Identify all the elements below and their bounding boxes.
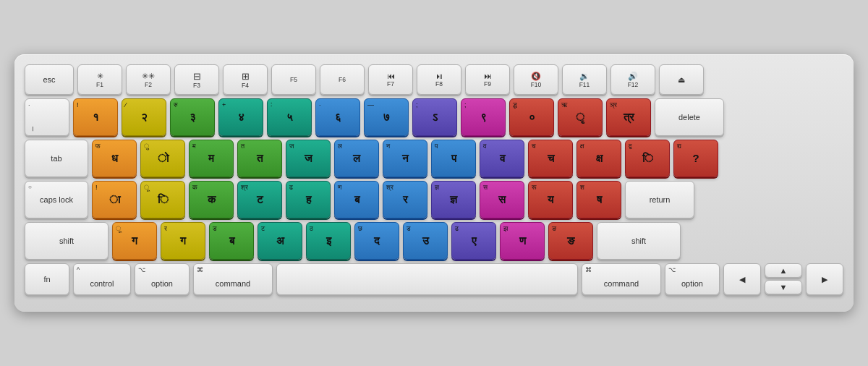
key-command-right[interactable]: ⌘ command	[582, 263, 661, 295]
key-delete[interactable]: delete	[655, 98, 724, 136]
key-o[interactable]: व व	[480, 140, 524, 177]
key-eject[interactable]: ⏏	[659, 64, 704, 95]
key-5[interactable]: ∶ ५	[267, 98, 312, 136]
key-i[interactable]: प प	[431, 140, 476, 177]
key-f12-label: F12	[628, 81, 639, 88]
key-t[interactable]: ज ज	[286, 140, 331, 177]
keyboard: esc ✳ F1 ✳✳ F2 ⊟ F3 ⊞ F4 F5 F6 ⏮ F7 ⏯	[14, 54, 854, 312]
key-7[interactable]: — ७	[364, 98, 409, 136]
key-b[interactable]: ठ इ	[306, 222, 351, 260]
key-2[interactable]: ∕ २	[122, 98, 166, 136]
key-q[interactable]: फ ध	[92, 140, 137, 177]
key-w[interactable]: ु ो	[140, 140, 185, 177]
key-f11[interactable]: 🔉 F11	[562, 64, 607, 95]
key-s[interactable]: ू ि	[140, 181, 185, 218]
key-command-left[interactable]: ⌘ command	[193, 263, 273, 295]
key-f9-icon: ⏭	[484, 72, 492, 80]
key-n[interactable]: छ द	[354, 222, 399, 260]
key-comma[interactable]: ढ ए	[451, 222, 496, 260]
key-9[interactable]: ; ९	[461, 98, 506, 136]
key-f3-label: F3	[193, 82, 200, 89]
key-control[interactable]: ^ control	[73, 263, 131, 295]
key-fn[interactable]: fn	[25, 263, 69, 295]
key-0[interactable]: द्ध ०	[509, 98, 554, 136]
key-arrow-down[interactable]: ▼	[765, 280, 802, 294]
key-f10-label: F10	[531, 81, 542, 88]
key-f9-label: F9	[484, 80, 491, 88]
key-p[interactable]: च च	[528, 140, 573, 177]
key-f8-icon: ⏯	[435, 72, 443, 80]
key-f10-icon: 🔇	[531, 72, 541, 81]
key-f4[interactable]: ⊞ F4	[223, 64, 268, 95]
key-tab[interactable]: tab	[25, 140, 88, 177]
key-f4-icon: ⊞	[242, 71, 250, 82]
key-f7[interactable]: ⏮ F7	[368, 64, 413, 95]
key-a[interactable]: ! ा	[92, 181, 137, 218]
key-arrow-up[interactable]: ▲	[765, 263, 802, 278]
key-eject-icon: ⏏	[678, 75, 685, 85]
key-shift-left[interactable]: shift	[25, 222, 109, 260]
key-x[interactable]: र ग	[161, 222, 205, 260]
key-f1[interactable]: ✳ F1	[77, 64, 122, 95]
key-f1-label: F1	[96, 81, 103, 88]
key-4[interactable]: + ४	[218, 98, 263, 136]
key-f5-label: F5	[290, 76, 297, 83]
key-l[interactable]: स स	[480, 181, 524, 218]
key-slash[interactable]: ङ ङ	[548, 222, 593, 260]
key-semicolon[interactable]: रू य	[528, 181, 573, 218]
key-f8[interactable]: ⏯ F8	[417, 64, 461, 95]
key-f12[interactable]: 🔊 F12	[610, 64, 655, 95]
key-h[interactable]: ण ब	[334, 181, 379, 218]
key-r[interactable]: त त	[237, 140, 282, 177]
key-f10[interactable]: 🔇 F10	[514, 64, 558, 95]
key-f7-icon: ⏮	[387, 72, 395, 80]
key-6[interactable]: · ६	[315, 98, 360, 136]
key-bracket-r[interactable]: द्व ि	[625, 140, 670, 177]
key-f3[interactable]: ⊟ F3	[174, 64, 219, 95]
key-c[interactable]: ड ब	[209, 222, 254, 260]
key-f5[interactable]: F5	[271, 64, 316, 95]
key-bracket-l[interactable]: क्ष क्ष	[576, 140, 621, 177]
key-return[interactable]: return	[625, 181, 694, 218]
key-arrow-left[interactable]: ◀	[723, 263, 761, 295]
key-f2[interactable]: ✳✳ F2	[126, 64, 171, 95]
key-y[interactable]: ल ल	[334, 140, 379, 177]
key-d[interactable]: क क	[189, 181, 234, 218]
key-equals[interactable]: ञ्र त्र	[606, 98, 651, 136]
key-shift-right[interactable]: shift	[597, 222, 681, 260]
key-option-right[interactable]: ⌥ option	[665, 263, 720, 295]
key-f8-label: F8	[435, 80, 443, 88]
key-f9[interactable]: ⏭ F9	[465, 64, 510, 95]
key-u[interactable]: न न	[383, 140, 427, 177]
key-backslash[interactable]: द्य ?	[673, 140, 718, 177]
key-f7-label: F7	[387, 80, 394, 88]
key-esc[interactable]: esc	[25, 64, 74, 95]
key-esc-label: esc	[43, 75, 55, 84]
key-arrow-right[interactable]: ▶	[806, 263, 843, 295]
key-f3-icon: ⊟	[193, 71, 201, 82]
key-8[interactable]: ; ऽ	[412, 98, 457, 136]
key-f6[interactable]: F6	[320, 64, 365, 95]
key-v[interactable]: ट अ	[258, 222, 302, 260]
key-f2-label: F2	[145, 81, 152, 88]
key-capslock[interactable]: ○ caps lock	[25, 181, 88, 218]
key-g[interactable]: ढ ह	[286, 181, 331, 218]
key-option-left[interactable]: ⌥ option	[135, 263, 190, 295]
key-f1-icon: ✳	[97, 72, 103, 81]
key-quote[interactable]: श ष	[576, 181, 621, 218]
key-1[interactable]: ! १	[73, 98, 118, 136]
key-j[interactable]: श्र र	[383, 181, 427, 218]
key-f6-label: F6	[339, 76, 346, 83]
key-space[interactable]	[276, 263, 578, 295]
key-m[interactable]: ड उ	[403, 222, 448, 260]
key-e[interactable]: म म	[189, 140, 234, 177]
key-k[interactable]: ज्ञ ज्ञ	[431, 181, 476, 218]
key-backtick[interactable]: · ꠰	[25, 98, 69, 136]
key-3[interactable]: रु ३	[170, 98, 215, 136]
key-f11-icon: 🔉	[579, 72, 590, 81]
key-f12-icon: 🔊	[628, 72, 638, 81]
key-z[interactable]: ू ग	[112, 222, 157, 260]
key-minus[interactable]: ऋ ृ	[558, 98, 603, 136]
key-f[interactable]: श्र ट	[237, 181, 282, 218]
key-period[interactable]: झ ण	[500, 222, 545, 260]
